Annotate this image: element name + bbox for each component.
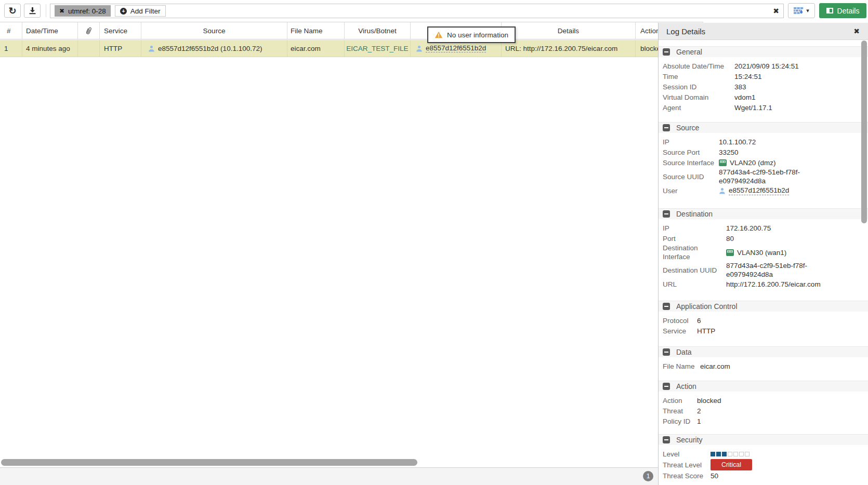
cell-attachment <box>78 40 100 57</box>
filter-chip-utmref[interactable]: ✖ utmref: 0-28 <box>55 5 111 17</box>
panel-vertical-scrollbar-thumb[interactable] <box>861 41 867 223</box>
interface-icon <box>726 249 734 256</box>
column-header-datetime[interactable]: Date/Time <box>22 22 78 39</box>
refresh-icon: ↻ <box>8 6 16 16</box>
detail-label: Port <box>663 234 726 243</box>
detail-label: Session ID <box>663 83 734 91</box>
detail-label: Level <box>663 450 711 459</box>
detail-row: Destination Interface VLAN30 (wan1) <box>659 244 868 261</box>
section-title: Source <box>676 124 699 132</box>
detail-row: Threat Level Critical <box>659 459 868 470</box>
page-number-badge[interactable]: 1 <box>643 471 653 481</box>
column-header-virus-botnet[interactable]: Virus/Botnet <box>345 22 411 39</box>
column-header-details[interactable]: Details <box>502 22 636 39</box>
horizontal-scrollbar-thumb[interactable] <box>1 459 417 466</box>
detail-value: Wget/1.17.1 <box>734 103 772 112</box>
clear-filter-icon[interactable]: ✖ <box>773 7 779 15</box>
detail-label: Threat <box>663 407 697 415</box>
collapse-icon[interactable] <box>663 383 670 390</box>
cell-user-text[interactable]: e8557d12f6551b2d <box>426 44 486 52</box>
interface-name[interactable]: VLAN20 (dmz) <box>730 158 776 167</box>
toolbar-separator <box>46 4 46 17</box>
detail-label: Service <box>663 327 697 335</box>
section-source-header[interactable]: Source <box>659 122 868 133</box>
cell-virus-link[interactable]: EICAR_TEST_FILE <box>345 40 411 57</box>
threat-level-badge: Critical <box>711 459 752 470</box>
section-security: Security Level Threat Level Critical <box>659 434 868 481</box>
warning-icon <box>435 31 443 38</box>
section-title: Security <box>676 436 703 444</box>
add-filter-button[interactable]: + Add Filter <box>115 5 166 17</box>
detail-row: Time 15:24:51 <box>659 71 868 82</box>
panel-header: Log Details <box>659 23 868 40</box>
section-title: Action <box>676 382 696 390</box>
section-general-header[interactable]: General <box>659 46 868 57</box>
collapse-icon[interactable] <box>663 124 670 131</box>
detail-row: Agent Wget/1.17.1 <box>659 102 868 113</box>
cell-service: HTTP <box>100 40 141 57</box>
detail-value: blocked <box>697 396 721 405</box>
user-name[interactable]: e8557d12f6551b2d <box>729 186 789 195</box>
detail-label: File Name <box>663 362 700 371</box>
download-button[interactable] <box>24 4 41 18</box>
detail-row: Destination UUID 877d43a4-c2f9-51eb-f78f… <box>659 261 868 279</box>
log-table-row[interactable]: 1 4 minutes ago HTTP e8557d12f6551b2d (1… <box>0 40 703 57</box>
section-security-header[interactable]: Security <box>659 434 868 445</box>
detail-value: vdom1 <box>734 93 756 102</box>
detail-label: Action <box>663 396 697 405</box>
log-view-dropdown[interactable]: ▾ <box>788 3 815 18</box>
collapse-icon[interactable] <box>663 436 670 443</box>
detail-row: Threat 2 <box>659 406 868 416</box>
filter-bar[interactable]: ✖ utmref: 0-28 + Add Filter ✖ <box>50 4 784 18</box>
section-action-header[interactable]: Action <box>659 381 868 392</box>
collapse-icon[interactable] <box>663 303 670 310</box>
column-header-source[interactable]: Source <box>141 22 287 39</box>
detail-value: 33250 <box>719 148 739 157</box>
level-squares <box>711 452 749 456</box>
panel-title: Log Details <box>666 27 705 36</box>
toolbar: ↻ ✖ utmref: 0-28 + Add Filter ✖ <box>0 0 868 22</box>
chevron-down-icon: ▾ <box>806 7 809 14</box>
section-action: Action Action blocked Threat 2 Policy ID… <box>659 381 868 426</box>
section-title: Destination <box>676 210 713 218</box>
detail-label: Destination Interface <box>663 244 726 261</box>
cell-source: e8557d12f6551b2d (10.1.100.72) <box>141 40 287 57</box>
column-header-filename[interactable]: File Name <box>287 22 345 39</box>
detail-row: Action blocked <box>659 395 868 406</box>
refresh-button[interactable]: ↻ <box>4 4 21 18</box>
detail-row: Threat Score 50 <box>659 470 868 481</box>
section-title: General <box>676 48 702 56</box>
detail-label: Protocol <box>663 316 697 325</box>
detail-label: Threat Score <box>663 471 711 480</box>
detail-row: Policy ID 1 <box>659 416 868 426</box>
table-header-row: # Date/Time Service Source File Name Vir… <box>0 22 703 39</box>
section-data-header[interactable]: Data <box>659 346 868 357</box>
section-data: Data File Name eicar.com <box>659 346 868 371</box>
section-application-control-header[interactable]: Application Control <box>659 301 868 312</box>
remove-filter-icon[interactable]: ✖ <box>59 7 64 15</box>
section-destination: Destination IP 172.16.200.75 Port 80 Des… <box>659 208 868 289</box>
detail-value: 383 <box>734 83 746 91</box>
column-header-attachment[interactable] <box>78 22 100 39</box>
detail-row: Absolute Date/Time 2021/09/09 15:24:51 <box>659 61 868 71</box>
details-toggle-button[interactable]: Details <box>819 3 866 18</box>
detail-value: 10.1.100.72 <box>719 138 756 146</box>
interface-name[interactable]: VLAN30 (wan1) <box>737 248 786 257</box>
columns-icon <box>826 8 833 14</box>
detail-label: Destination UUID <box>663 266 726 275</box>
cell-source-text: e8557d12f6551b2d (10.1.100.72) <box>158 45 262 52</box>
pagination-bar <box>0 467 658 485</box>
column-header-service[interactable]: Service <box>100 22 141 39</box>
detail-row: URL http://172.16.200.75/eicar.com <box>659 279 868 289</box>
collapse-icon[interactable] <box>663 48 670 56</box>
column-header-number[interactable]: # <box>0 22 22 39</box>
detail-row: User e8557d12f6551b2d <box>659 185 868 196</box>
detail-row: IP 172.16.200.75 <box>659 223 868 233</box>
collapse-icon[interactable] <box>663 210 670 218</box>
detail-label: Agent <box>663 103 734 112</box>
close-icon[interactable]: ✖ <box>853 27 860 35</box>
section-destination-header[interactable]: Destination <box>659 208 868 219</box>
section-application-control: Application Control Protocol 6 Service H… <box>659 301 868 336</box>
detail-value: e8557d12f6551b2d <box>719 186 789 195</box>
collapse-icon[interactable] <box>663 348 670 356</box>
